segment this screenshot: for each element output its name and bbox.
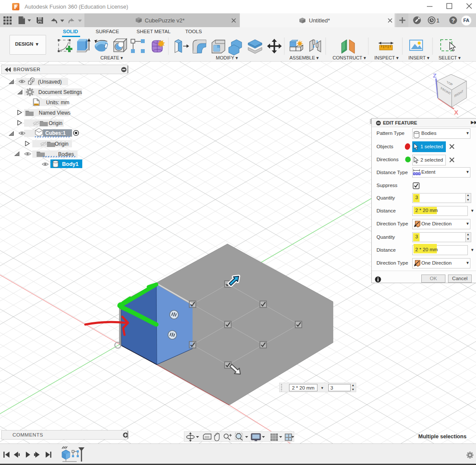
svg-text:Z: Z: [433, 72, 436, 79]
svg-text:?: ?: [451, 17, 455, 24]
svg-text:X: X: [454, 109, 458, 116]
